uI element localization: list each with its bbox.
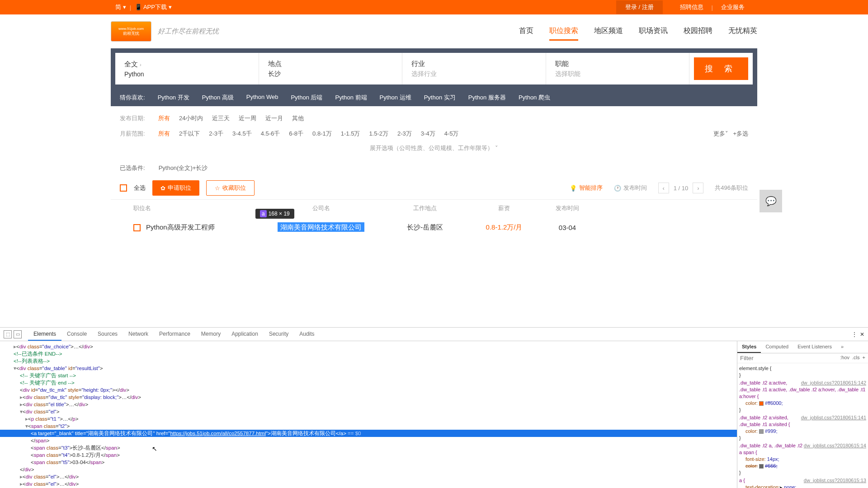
conditions-label: 已选条件: bbox=[120, 164, 145, 172]
filter-option[interactable]: 2千以下 bbox=[179, 130, 200, 138]
select-all-label: 全选 bbox=[134, 184, 146, 192]
field-label: 地点 bbox=[268, 60, 393, 68]
search-field-industry[interactable]: 行业 选择行业 bbox=[402, 53, 546, 84]
filter-row-salary: 月薪范围: 所有 2千以下 2-3千 3-4.5千 4.5-6千 6-8千 0.… bbox=[111, 126, 757, 141]
filters-panel: 发布日期: 所有 24小时内 近三天 近一周 近一月 其他 月薪范围: 所有 2… bbox=[111, 106, 757, 160]
nav-elite[interactable]: 无忧精英 bbox=[728, 23, 757, 41]
site-slogan: 好工作尽在前程无忧 bbox=[158, 27, 219, 36]
star-icon: ☆ bbox=[215, 185, 220, 192]
multi-select-link[interactable]: +多选 bbox=[733, 130, 748, 138]
row-checkbox[interactable] bbox=[133, 224, 141, 231]
cell-company: a168 × 19 湖南美音网络技术有限公司 bbox=[255, 223, 387, 232]
filter-option[interactable]: 其他 bbox=[292, 114, 304, 122]
recruit-info-link[interactable]: 招聘信息 bbox=[672, 3, 712, 11]
suggestion-link[interactable]: Python 爬虫 bbox=[519, 94, 550, 102]
suggestion-link[interactable]: Python 实习 bbox=[424, 94, 456, 102]
filter-label: 月薪范围: bbox=[120, 130, 149, 138]
nav-jobsearch[interactable]: 职位搜索 bbox=[549, 23, 578, 41]
total-count: 共496条职位 bbox=[715, 184, 748, 192]
filter-option[interactable]: 近三天 bbox=[212, 114, 230, 122]
table-row: Python高级开发工程师 a168 × 19 湖南美音网络技术有限公司 长沙-… bbox=[111, 217, 757, 238]
filter-option[interactable]: 1.5-2万 bbox=[369, 130, 388, 138]
chat-icon: 💬 bbox=[765, 196, 777, 206]
th-jobname: 职位名 bbox=[120, 204, 255, 212]
page-indicator: 1 / 10 bbox=[674, 185, 689, 192]
search-field-fulltext[interactable]: 全文› Python bbox=[115, 53, 259, 84]
filter-option[interactable]: 近一周 bbox=[239, 114, 256, 122]
filter-option[interactable]: 4-5万 bbox=[444, 130, 459, 138]
filter-option[interactable]: 3-4万 bbox=[421, 130, 435, 138]
suggestion-link[interactable]: Python 前端 bbox=[335, 94, 367, 102]
expand-options[interactable]: 展开选项（公司性质、公司规模、工作年限等） ˅ bbox=[111, 141, 757, 155]
cell-location: 长沙-岳麓区 bbox=[387, 223, 463, 232]
filter-option[interactable]: 3-4.5千 bbox=[232, 130, 252, 138]
filter-option[interactable]: 0.8-1万 bbox=[312, 130, 332, 138]
filter-option[interactable]: 近一月 bbox=[265, 114, 283, 122]
sort-options: 💡智能排序 🕐发布时间 ‹ 1 / 10 › 共496条职位 bbox=[570, 183, 748, 193]
company-link[interactable]: 湖南美音网络技术有限公司 bbox=[278, 222, 364, 232]
top-bar: 简 ▾ | 📱 APP下载 ▾ 登录 / 注册 招聘信息 | 企业服务 bbox=[0, 0, 868, 14]
suggestion-link[interactable]: Python 开发 bbox=[158, 94, 189, 102]
site-header: www.51job.com 前程无忧 好工作尽在前程无忧 首页 职位搜索 地区频… bbox=[0, 14, 868, 48]
search-field-location[interactable]: 地点 长沙 bbox=[259, 53, 403, 84]
filter-more: 更多˅ +多选 bbox=[713, 130, 748, 138]
suggestions-bar: 猜你喜欢: Python 开发 Python 高级 Python Web Pyt… bbox=[111, 89, 757, 106]
cell-date: 03-04 bbox=[545, 224, 590, 231]
action-bar: 全选 ✿申请职位 ☆收藏职位 💡智能排序 🕐发布时间 ‹ 1 / 10 › 共4… bbox=[111, 177, 757, 200]
login-register-button[interactable]: 登录 / 注册 bbox=[616, 0, 663, 14]
separator: | bbox=[130, 4, 131, 11]
suggestion-link[interactable]: Python 高级 bbox=[202, 94, 234, 102]
th-location: 工作地点 bbox=[387, 204, 463, 212]
prev-page-button[interactable]: ‹ bbox=[658, 183, 669, 193]
filter-option[interactable]: 6-8千 bbox=[289, 130, 303, 138]
filter-option[interactable]: 2-3万 bbox=[397, 130, 412, 138]
suggestion-link[interactable]: Python 运维 bbox=[380, 94, 411, 102]
th-salary: 薪资 bbox=[463, 204, 545, 212]
suggestion-link[interactable]: Python 服务器 bbox=[468, 94, 506, 102]
devtools-inspect-tooltip: a168 × 19 bbox=[255, 209, 294, 219]
suggestions-label: 猜你喜欢: bbox=[120, 94, 145, 102]
search-button[interactable]: 搜 索 bbox=[694, 57, 748, 80]
site-logo[interactable]: www.51job.com 前程无忧 bbox=[111, 21, 151, 42]
suggestion-link[interactable]: Python Web bbox=[246, 94, 278, 102]
field-value: Python bbox=[124, 70, 250, 78]
nav-region[interactable]: 地区频道 bbox=[594, 23, 623, 41]
nav-home[interactable]: 首页 bbox=[519, 23, 533, 41]
enterprise-link[interactable]: 企业服务 bbox=[713, 3, 753, 11]
search-wrapper: 全文› Python 地点 长沙 行业 选择行业 职能 选择职能 搜 索 bbox=[111, 48, 757, 89]
favorite-button[interactable]: ☆收藏职位 bbox=[206, 180, 255, 196]
chevron-down-icon: ▾ bbox=[169, 4, 172, 10]
job-link[interactable]: Python高级开发工程师 bbox=[146, 223, 215, 232]
nav-news[interactable]: 职场资讯 bbox=[639, 23, 668, 41]
app-download-link[interactable]: 📱 APP下载 ▾ bbox=[135, 3, 172, 11]
next-page-button[interactable]: › bbox=[693, 183, 703, 193]
search-field-function[interactable]: 职能 选择职能 bbox=[546, 53, 690, 84]
sort-time[interactable]: 🕐发布时间 bbox=[614, 184, 647, 192]
lang-selector[interactable]: 简 ▾ bbox=[115, 3, 126, 11]
main-nav: 首页 职位搜索 地区频道 职场资讯 校园招聘 无忧精英 bbox=[519, 23, 757, 41]
cell-jobname: Python高级开发工程师 bbox=[120, 223, 255, 232]
field-placeholder: 选择行业 bbox=[411, 70, 537, 78]
filter-option[interactable]: 所有 bbox=[158, 130, 170, 138]
filter-row-date: 发布日期: 所有 24小时内 近三天 近一周 近一月 其他 bbox=[111, 111, 757, 126]
chevron-down-icon: ▾ bbox=[123, 4, 126, 10]
field-label: 全文› bbox=[124, 60, 250, 69]
filter-option[interactable]: 1-1.5万 bbox=[341, 130, 360, 138]
apply-button[interactable]: ✿申请职位 bbox=[152, 180, 199, 196]
sort-smart[interactable]: 💡智能排序 bbox=[570, 184, 603, 192]
chat-button[interactable]: 💬 bbox=[760, 190, 782, 212]
field-label: 职能 bbox=[555, 60, 680, 68]
nav-campus[interactable]: 校园招聘 bbox=[684, 23, 712, 41]
th-date: 发布时间 bbox=[545, 204, 590, 212]
select-all-checkbox[interactable] bbox=[120, 184, 127, 192]
selected-conditions: 已选条件: Python(全文)+长沙 bbox=[111, 160, 757, 177]
more-link[interactable]: 更多˅ bbox=[713, 130, 728, 138]
filter-option[interactable]: 24小时内 bbox=[179, 114, 203, 122]
conditions-value: Python(全文)+长沙 bbox=[159, 164, 208, 172]
filter-option[interactable]: 所有 bbox=[158, 114, 170, 122]
filter-option[interactable]: 4.5-6千 bbox=[261, 130, 280, 138]
filter-label: 发布日期: bbox=[120, 114, 149, 122]
suggestion-link[interactable]: Python 后端 bbox=[291, 94, 322, 102]
search-box: 全文› Python 地点 长沙 行业 选择行业 职能 选择职能 搜 索 bbox=[115, 53, 753, 84]
filter-option[interactable]: 2-3千 bbox=[209, 130, 223, 138]
